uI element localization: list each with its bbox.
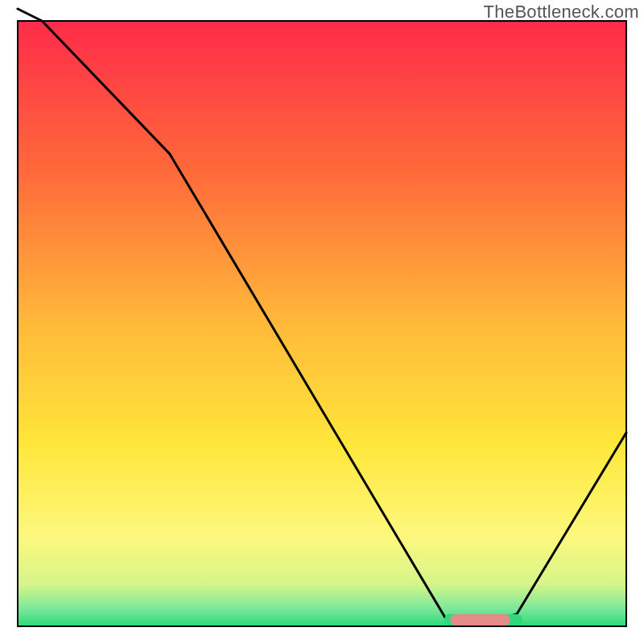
watermark-text: TheBottleneck.com (484, 2, 639, 23)
plot-background (18, 21, 626, 626)
chart-canvas (0, 0, 644, 644)
